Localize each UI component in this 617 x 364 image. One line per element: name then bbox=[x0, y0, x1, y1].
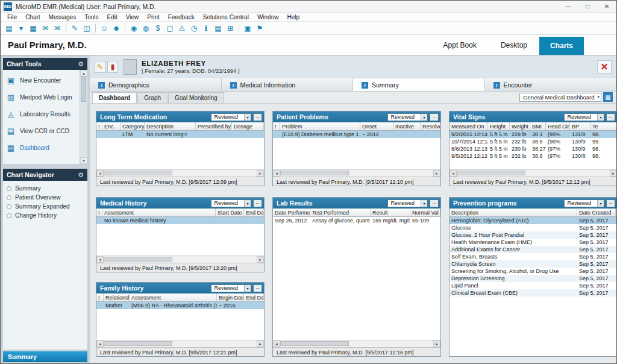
table-row[interactable]: 10/7/2014 12:13 p5 ft 5 in232 lb38.6(90%… bbox=[449, 138, 616, 145]
reviewed-dropdown[interactable]: Reviewed▾ bbox=[564, 113, 604, 121]
panel-more-button[interactable]: ... bbox=[606, 199, 615, 207]
column-header-dosage[interactable]: Dosage bbox=[232, 122, 264, 130]
menu-solutions-central[interactable]: Solutions Central bbox=[199, 14, 253, 20]
sidebar-item-laboratory-results[interactable]: ◬Laboratory Results bbox=[4, 105, 79, 122]
note-icon[interactable]: ✎ bbox=[95, 61, 105, 73]
column-header-bmi[interactable]: BMI bbox=[530, 122, 546, 130]
scrollbar-thumb[interactable] bbox=[104, 341, 172, 346]
minimize-button[interactable]: — bbox=[559, 1, 578, 12]
close-button[interactable]: ✕ bbox=[597, 1, 616, 12]
table-row[interactable]: Mother(M06.9) RA - Rheumatoid arthritis … bbox=[96, 302, 264, 309]
table-row[interactable]: Health Maintenance Exam (HME)Sep 5, 2017 bbox=[449, 239, 616, 246]
scrollbar-thumb[interactable] bbox=[81, 77, 86, 102]
column-header-height[interactable]: Height bbox=[488, 122, 510, 130]
appointment-book-icon[interactable]: ▦ bbox=[28, 23, 39, 34]
horizontal-scrollbar[interactable]: ◄► bbox=[449, 169, 616, 177]
horizontal-scrollbar[interactable]: ◄► bbox=[273, 340, 440, 347]
table-row[interactable]: (E10.9) Diabetes mellitus type 1 (~ 2012 bbox=[273, 131, 440, 138]
column-header-onset[interactable]: Onset bbox=[360, 122, 393, 130]
column-header-start-date[interactable]: Start Date bbox=[216, 209, 244, 216]
table-row[interactable]: Additional Exams for CancerSep 5, 2017 bbox=[449, 246, 616, 253]
column-header-description[interactable]: Description bbox=[145, 122, 196, 130]
column-header-result[interactable]: Result bbox=[371, 209, 410, 216]
table-row[interactable]: LTMNo current long-t bbox=[96, 131, 264, 138]
billing-icon[interactable]: $ bbox=[152, 23, 163, 34]
table-row[interactable]: Lipid PanelSep 5, 2017 bbox=[449, 282, 616, 289]
scroll-down-arrow[interactable]: ▼ bbox=[80, 157, 87, 164]
patient-chart-icon[interactable]: ◫ bbox=[81, 23, 92, 34]
scroll-left-arrow[interactable]: ◄ bbox=[273, 170, 280, 177]
messages-icon[interactable]: ✉ bbox=[52, 23, 63, 34]
column-header-prescribed-by[interactable]: Prescribed by bbox=[196, 122, 232, 130]
scrollbar-thumb[interactable] bbox=[104, 171, 172, 175]
sidebar-item-dashboard[interactable]: ▦Dashboard bbox=[4, 139, 79, 156]
tab-medical-information[interactable]: iMedical Information bbox=[222, 78, 354, 91]
scroll-right-arrow[interactable]: ► bbox=[257, 170, 264, 177]
dropdown-arrow-icon[interactable]: ▾ bbox=[16, 23, 27, 34]
menu-messages[interactable]: Messages bbox=[45, 14, 81, 20]
scroll-right-arrow[interactable]: ► bbox=[433, 170, 440, 177]
table-row[interactable]: Depression ScreeningSep 5, 2017 bbox=[449, 275, 616, 282]
menu-view[interactable]: View bbox=[122, 14, 143, 20]
table-row[interactable]: Chlamydia ScreenSep 5, 2017 bbox=[449, 260, 616, 268]
column-header-enc[interactable]: Enc. bbox=[102, 122, 121, 130]
clock-icon[interactable]: ◷ bbox=[189, 23, 199, 34]
navigator-item-summary[interactable]: Summary bbox=[5, 184, 85, 193]
scroll-left-arrow[interactable]: ◄ bbox=[96, 340, 104, 347]
column-header-problem[interactable]: Problem bbox=[280, 122, 360, 130]
horizontal-scrollbar[interactable]: ◄► bbox=[96, 169, 264, 177]
column-header-description[interactable]: Description bbox=[449, 209, 577, 216]
table-row[interactable]: 9/5/2012 12:12 p5 ft 5 in232 lb38.6(97%1… bbox=[449, 152, 616, 160]
column-header-category[interactable]: Category bbox=[121, 122, 145, 130]
web-icon[interactable]: ◍ bbox=[140, 23, 151, 34]
menu-help[interactable]: Help bbox=[283, 14, 304, 20]
panel-more-button[interactable]: ... bbox=[430, 199, 439, 207]
menu-window[interactable]: Window bbox=[253, 14, 283, 20]
table-row[interactable]: Screening for Smoking, Alcohol, or Drug … bbox=[449, 268, 616, 275]
horizontal-scrollbar[interactable]: ◄► bbox=[96, 256, 264, 263]
column-header-end-dat[interactable]: End Dat bbox=[244, 293, 264, 301]
table-row[interactable]: Self Exam, BreastsSep 5, 2017 bbox=[449, 253, 616, 260]
dashboard-grid-button[interactable]: ▦ bbox=[603, 92, 613, 102]
column-header-bp[interactable]: BP bbox=[570, 122, 590, 130]
navigator-item-patient-overview[interactable]: Patient Overview bbox=[5, 193, 85, 202]
column-header-resolved[interactable]: Resolved bbox=[421, 122, 440, 130]
navigator-item-change-history[interactable]: Change History bbox=[5, 211, 85, 220]
info-icon[interactable]: ℹ bbox=[201, 23, 211, 34]
scrollbar-thumb[interactable] bbox=[280, 341, 349, 346]
column-header-begin-date[interactable]: Begin Date bbox=[217, 293, 244, 301]
column-header-te[interactable]: Te bbox=[590, 122, 616, 130]
scroll-left-arrow[interactable]: ◄ bbox=[96, 256, 104, 263]
column-header-assessment[interactable]: Assessment bbox=[102, 209, 216, 216]
column-header-date-performed[interactable]: Date Performed bbox=[273, 209, 310, 216]
column-header-assessment[interactable]: Assessment bbox=[130, 293, 217, 301]
lock-icon[interactable]: ▣ bbox=[242, 23, 253, 34]
scrollbar-thumb[interactable] bbox=[457, 171, 525, 175]
notes-icon[interactable]: ▤ bbox=[213, 23, 224, 34]
tab-demographics[interactable]: iDemographics bbox=[90, 78, 222, 91]
column-header-end-date[interactable]: End Date bbox=[244, 209, 264, 216]
column-header-inactive[interactable]: Inactive bbox=[393, 122, 421, 130]
column-header-[interactable]: ! bbox=[273, 122, 280, 130]
reviewed-dropdown[interactable]: Reviewed▾ bbox=[211, 113, 251, 121]
scroll-right-arrow[interactable]: ► bbox=[610, 170, 616, 177]
menu-tools[interactable]: Tools bbox=[80, 14, 102, 20]
alert-icon[interactable]: ⚠ bbox=[177, 23, 187, 34]
menu-file[interactable]: File bbox=[3, 14, 21, 20]
scroll-right-arrow[interactable]: ► bbox=[257, 340, 264, 347]
column-header-[interactable]: ! bbox=[96, 122, 102, 130]
maximize-button[interactable]: □ bbox=[578, 1, 597, 12]
search-icon[interactable]: ◉ bbox=[128, 23, 139, 34]
scroll-right-arrow[interactable]: ► bbox=[433, 340, 440, 347]
tab-summary[interactable]: iSummary bbox=[353, 78, 485, 91]
column-header-normal-val[interactable]: Normal Val bbox=[410, 209, 440, 216]
table-row[interactable]: No known medical history bbox=[96, 217, 264, 224]
table-row[interactable]: Hemoglobin; Glycosylated (A1c)Sep 5, 201… bbox=[449, 217, 616, 224]
menu-feedback[interactable]: Feedback bbox=[164, 14, 199, 20]
column-header-head-cir[interactable]: Head Cir. bbox=[546, 122, 570, 130]
tab-graph[interactable]: Graph bbox=[137, 92, 168, 103]
table-row[interactable]: 8/6/2013 12:13 p5 ft 5 in230 lb38.27(97%… bbox=[449, 145, 616, 152]
column-header-date-created[interactable]: Date Created bbox=[577, 209, 616, 216]
table-row[interactable]: Clinical Breast Exam (CBE)Sep 5, 2017 bbox=[449, 289, 616, 297]
menu-edit[interactable]: Edit bbox=[103, 14, 122, 20]
